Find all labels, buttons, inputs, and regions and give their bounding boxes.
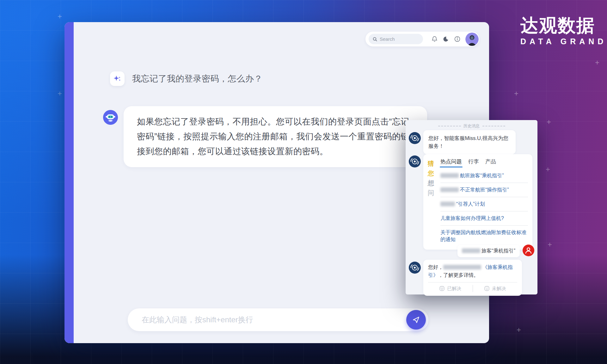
service-reply-bubble: 您好，《旅客乘机指引》，了解更多详情。 已解决 未解决 [423,260,522,296]
search-field[interactable] [369,34,423,44]
history-divider-label: 历史消息 [463,123,480,129]
brand-logo-chinese: 达观数据 [520,16,607,34]
reply-prefix: 您好， [428,264,443,270]
notifications-button[interactable] [429,33,440,45]
guess-char: 问 [428,188,437,198]
moon-icon [443,36,449,42]
reply-suffix: ，了解更多详情。 [438,272,479,278]
service-greeting-text: 您好，智能客服Miss.U,很高兴为您服务！ [428,134,511,150]
service-widget: 历史消息 您好，智能客服Miss.U,很高兴为您服务！ 猜 您 想 问 [406,120,537,294]
history-divider: 历史消息 [406,123,537,129]
blurred-text [440,173,459,178]
sad-face-icon [484,286,490,291]
guess-char: 猜 [428,159,437,168]
brand-logo-english: DATA GRAND [520,37,607,46]
service-bot-avatar [409,155,421,167]
message-input-bar [128,308,428,331]
smiley-face-icon [439,286,445,291]
service-bot-avatar [409,262,421,274]
user-question-text: 我忘记了我的登录密码，怎么办？ [132,73,263,84]
hot-question-link[interactable]: 不正常航班“操作指引” [460,187,509,192]
feedback-bar: 已解决 未解决 [428,282,517,294]
hot-question-item[interactable]: 儿童旅客如何办理网上值机? [440,211,528,226]
service-greeting-bubble: 您好，智能客服Miss.U,很高兴为您服务！ [423,130,516,154]
widget-user-text: 旅客“乘机指引” [481,248,515,253]
bell-icon [431,36,438,42]
tab-products[interactable]: 产品 [485,158,496,167]
bot-answer-text: 如果您忘记了登录密码，不用担心。您可以在我们的登录页面点击“忘记密码”链接，按照… [137,114,414,159]
hot-question-list: 航班旅客“乘机指引” 不正常航班“操作指引” “引荐人”计划 儿童旅客如何办理网… [440,169,528,246]
guess-you-ask-label: 猜 您 想 问 [428,158,437,246]
hot-question-link[interactable]: “引荐人”计划 [456,201,485,207]
hot-question-item[interactable]: 不正常航班“操作指引” [440,183,528,197]
tab-hot-questions[interactable]: 热点问题 [440,158,462,167]
guess-char: 您 [428,168,437,178]
widget-user-bubble: 旅客“乘机指引” [457,245,520,257]
suggestions-bubble: 猜 您 想 问 热点问题 行李 产品 航班旅客“乘机指引” 不正常航班“操作指引… [423,154,532,250]
search-icon [372,37,377,42]
header-toolbar [365,32,479,46]
send-button[interactable] [406,310,426,330]
divider-line [438,126,461,126]
bot-answer-bubble: 如果您忘记了登录密码，不用担心。您可以在我们的登录页面点击“忘记密码”链接，按照… [124,106,427,167]
window-accent-bar [64,22,74,343]
paper-plane-icon [412,315,420,324]
sparkles-icon [110,71,125,86]
hot-question-item[interactable]: 航班旅客“乘机指引” [440,169,528,183]
resolved-button[interactable]: 已解决 [428,286,473,292]
brand-logo: 达观数据 DATA GRAND [520,16,607,46]
search-input[interactable] [380,36,418,42]
blurred-text [443,265,481,270]
theme-toggle-button[interactable] [440,33,451,45]
unresolved-button[interactable]: 未解决 [473,286,518,292]
hot-question-link[interactable]: 儿童旅客如何办理网上值机? [440,215,504,221]
hot-question-item[interactable]: “引荐人”计划 [440,197,528,211]
blurred-text [440,202,455,206]
unresolved-label: 未解决 [492,286,506,292]
hot-question-link[interactable]: 航班旅客“乘机指引” [460,173,504,178]
hot-question-item[interactable]: 关于调整国内航线燃油附加费征收标准的通知 [440,226,528,246]
info-icon [454,36,461,42]
hot-question-link[interactable]: 关于调整国内航线燃油附加费征收标准的通知 [440,230,526,242]
resolved-label: 已解决 [447,286,461,292]
user-message-row: 我忘记了我的登录密码，怎么办？ [110,71,263,86]
service-bot-avatar [409,132,421,144]
suggestion-tabs: 热点问题 行李 产品 [440,158,528,167]
info-button[interactable] [451,33,463,45]
divider-line [482,126,505,126]
blurred-text [462,248,480,253]
widget-user-avatar [523,245,534,256]
service-reply-text: 您好，《旅客乘机指引》，了解更多详情。 [428,263,517,279]
user-avatar[interactable] [465,33,479,46]
message-input[interactable] [142,315,400,324]
blurred-text [440,187,459,192]
guess-char: 想 [428,178,437,188]
bot-avatar [103,110,118,125]
tab-luggage[interactable]: 行李 [468,158,479,167]
suggestions-content: 热点问题 行李 产品 航班旅客“乘机指引” 不正常航班“操作指引” “引荐人”计… [440,158,528,246]
